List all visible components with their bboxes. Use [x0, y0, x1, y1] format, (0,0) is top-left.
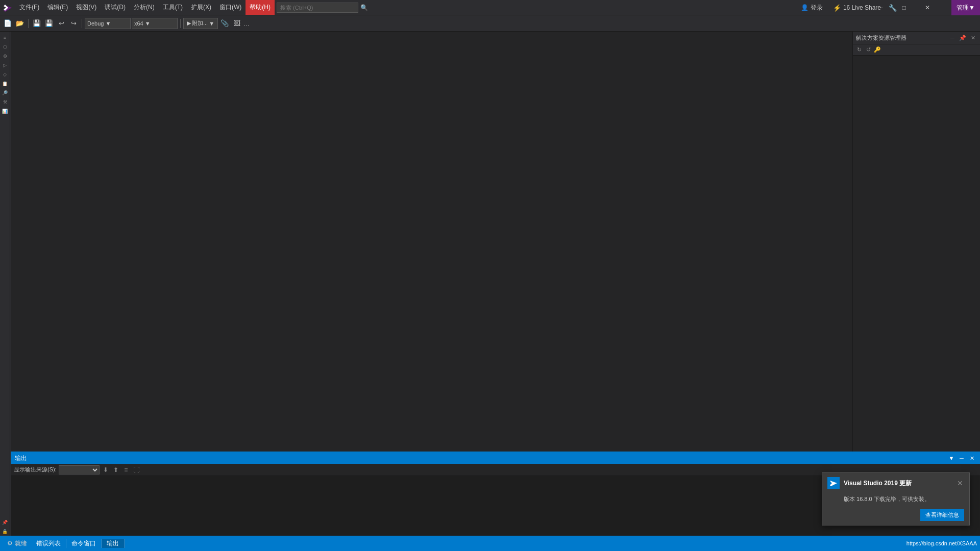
attach-to-process-button[interactable]: 📎 [219, 18, 230, 29]
tb-separator-2 [82, 19, 82, 28]
solution-collapse-icon[interactable]: ─ [948, 34, 957, 42]
sidebar-icon-1[interactable]: ≡ [1, 34, 9, 42]
sidebar-icon-6[interactable]: 📋 [1, 80, 9, 88]
notification-details-button[interactable]: 查看详细信息 [920, 509, 964, 521]
output-scroll-icon[interactable]: ⬆ [112, 466, 120, 474]
tab-output[interactable]: 输出 [102, 539, 125, 548]
run-button[interactable]: ▶ 附加... ▼ [183, 18, 218, 29]
solution-refresh-icon[interactable]: ↻ [855, 46, 863, 54]
sidebar-icon-2[interactable]: ⬡ [1, 43, 9, 51]
menu-help[interactable]: 帮助(H) [246, 0, 275, 15]
run-dropdown-icon: ▼ [209, 20, 214, 27]
solution-explorer-header: 解决方案资源管理器 ─ 📌 ✕ [853, 32, 980, 44]
menu-view[interactable]: 视图(V) [72, 0, 101, 15]
output-find-icon[interactable]: ⛶ [132, 466, 140, 474]
solution-explorer-header-icons: ─ 📌 ✕ [948, 34, 977, 42]
close-button[interactable]: ✕ [916, 0, 939, 15]
tb-separator-1 [28, 19, 29, 28]
tab-command-window[interactable]: 命令窗口 [66, 539, 102, 548]
output-dropdown-icon[interactable]: ▼ [947, 454, 955, 462]
menu-debug[interactable]: 调试(D) [101, 0, 130, 15]
minimize-button[interactable]: ─ [869, 0, 892, 15]
solution-explorer-panel: 解决方案资源管理器 ─ 📌 ✕ ↻ ↺ 🔑 [852, 32, 980, 452]
sidebar-icon-3[interactable]: ⚙ [1, 52, 9, 60]
notification-close-button[interactable]: ✕ [956, 478, 964, 488]
search-input[interactable] [277, 3, 358, 13]
save-button[interactable]: 💾 [31, 18, 42, 29]
notification-popup: Visual Studio 2019 更新 ✕ 版本 16.8.0 下载完毕，可… [822, 472, 970, 525]
menu-tools[interactable]: 工具(T) [159, 0, 187, 15]
sidebar-icon-4[interactable]: ▷ [1, 61, 9, 69]
menu-analyze[interactable]: 分析(N) [130, 0, 159, 15]
menu-file[interactable]: 文件(F) [15, 0, 43, 15]
solution-undo-icon[interactable]: ↺ [864, 46, 872, 54]
sidebar-icon-8[interactable]: ⚒ [1, 98, 9, 106]
live-share-icon: ⚡ [833, 4, 841, 12]
bottom-status-bar: ⚙ 就绪 错误列表 命令窗口 输出 https://blog.csdn.net/… [0, 536, 980, 551]
left-sidebar: ≡ ⬡ ⚙ ▷ ◇ 📋 🔎 ⚒ 📊 📌 🔒 [0, 32, 10, 536]
login-button[interactable]: 👤 登录 [797, 0, 827, 15]
notification-title-area: Visual Studio 2019 更新 [827, 477, 912, 489]
menu-extensions[interactable]: 扩展(X) [187, 0, 215, 15]
run-label: 附加... [192, 19, 208, 27]
status-left: ⚙ 就绪 错误列表 命令窗口 输出 [3, 539, 125, 548]
sidebar-icon-11[interactable]: 🔒 [1, 528, 9, 536]
notification-body: 版本 16.8.0 下载完毕，可供安装。 [822, 493, 969, 505]
main-editor-area [11, 32, 852, 452]
solution-explorer-title: 解决方案资源管理器 [856, 34, 906, 42]
output-source-label: 显示输出来源(S): [14, 466, 57, 473]
output-close-icon[interactable]: ✕ [968, 454, 976, 462]
solution-close-icon[interactable]: ✕ [969, 34, 977, 42]
window-controls: ─ □ ✕ [869, 0, 939, 15]
run-icon: ▶ [187, 20, 191, 27]
vs-logo [0, 0, 15, 15]
restore-button[interactable]: □ [892, 0, 916, 15]
ready-label: 就绪 [15, 539, 27, 548]
tb-extra-dot: ... [243, 19, 250, 28]
output-pin-icon[interactable]: ─ [958, 454, 966, 462]
login-label: 登录 [811, 4, 823, 12]
output-clear-icon[interactable]: ⬇ [102, 466, 110, 474]
menu-bar: 文件(F) 编辑(E) 视图(V) 调试(D) 分析(N) 工具(T) 扩展(X… [0, 0, 370, 15]
output-source-select[interactable] [59, 465, 100, 474]
sidebar-icon-7[interactable]: 🔎 [1, 89, 9, 97]
platform-dropdown[interactable]: x64 ▼ [132, 18, 178, 29]
solution-pin-icon[interactable]: 📌 [959, 34, 967, 42]
login-icon: 👤 [801, 4, 808, 11]
manage-label: 管理▼ [957, 4, 975, 12]
menu-window[interactable]: 窗口(W) [215, 0, 246, 15]
sidebar-icon-10[interactable]: 📌 [1, 518, 9, 527]
output-title: 输出 [15, 454, 27, 463]
undo-button[interactable]: ↩ [56, 18, 67, 29]
open-file-button[interactable]: 📂 [14, 18, 26, 29]
manage-button[interactable]: 管理▼ [951, 0, 980, 15]
notification-header: Visual Studio 2019 更新 ✕ [822, 473, 969, 493]
status-ready: ⚙ 就绪 [3, 539, 31, 548]
notification-title: Visual Studio 2019 更新 [844, 479, 912, 488]
output-wrap-icon[interactable]: ≡ [122, 466, 130, 474]
ready-icon: ⚙ [7, 540, 13, 547]
notification-footer: 查看详细信息 [822, 505, 969, 525]
status-url: https://blog.csdn.net/XSAAA [906, 540, 977, 546]
notification-icon [827, 477, 840, 489]
save-all-button[interactable]: 💾 [43, 18, 55, 29]
tb-separator-3 [180, 19, 181, 28]
title-bar: 文件(F) 编辑(E) 视图(V) 调试(D) 分析(N) 工具(T) 扩展(X… [0, 0, 980, 15]
solution-key-icon[interactable]: 🔑 [873, 46, 881, 54]
status-right: https://blog.csdn.net/XSAAA [906, 540, 977, 546]
solution-toolbar: ↻ ↺ 🔑 [853, 44, 980, 56]
new-project-button[interactable]: 📄 [2, 18, 13, 29]
config-dropdown[interactable]: Debug ▼ [85, 18, 131, 29]
search-icon[interactable]: 🔍 [358, 2, 370, 13]
sidebar-icon-5[interactable]: ◇ [1, 70, 9, 79]
search-box: 🔍 [277, 2, 370, 13]
output-header-icons: ▼ ─ ✕ [947, 454, 976, 462]
menu-edit[interactable]: 编辑(E) [43, 0, 72, 15]
screenshot-button[interactable]: 🖼 [231, 18, 242, 29]
redo-button[interactable]: ↪ [68, 18, 79, 29]
sidebar-icon-9[interactable]: 📊 [1, 107, 9, 115]
toolbar: 📄 📂 💾 💾 ↩ ↪ Debug ▼ x64 ▼ ▶ 附加... ▼ 📎 🖼 … [0, 15, 980, 32]
tab-error-list[interactable]: 错误列表 [31, 539, 66, 548]
output-header: 输出 ▼ ─ ✕ [11, 453, 980, 464]
